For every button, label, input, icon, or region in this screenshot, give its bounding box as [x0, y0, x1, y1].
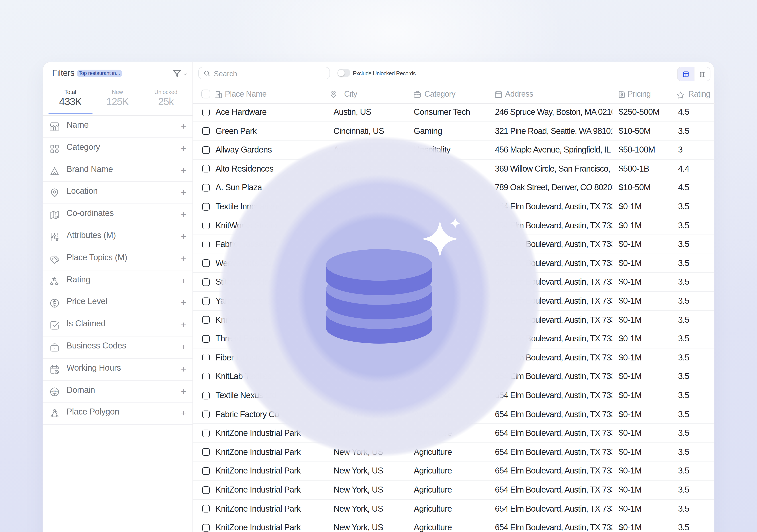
- svg-text:www: www: [50, 390, 58, 393]
